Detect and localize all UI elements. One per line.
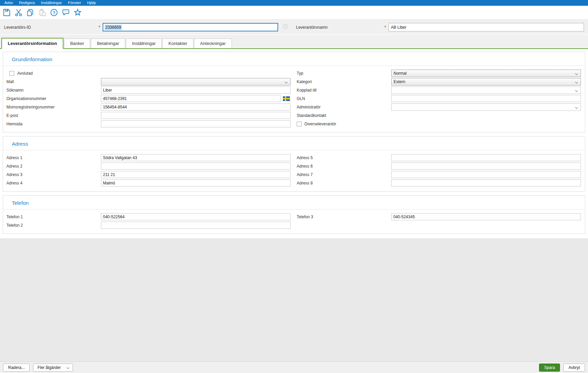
supplier-id-label: Leverantörs-ID — [4, 25, 99, 30]
adress6-label: Adress 6 — [297, 164, 391, 169]
soknamn-label: Söknamn — [6, 88, 101, 93]
adress3-label: Adress 3 — [6, 172, 101, 177]
supplier-id-input[interactable]: 2336659 — [103, 23, 278, 31]
help-icon[interactable]: ? — [49, 8, 59, 17]
adress5-label: Adress 5 — [297, 155, 391, 160]
supplier-name-input[interactable] — [389, 23, 584, 31]
footer-action-bar: Radera... Fler åtgärder Spara Avbryt — [0, 362, 588, 373]
tab-kontakter[interactable]: Kontakter — [162, 39, 193, 48]
adress7-input[interactable] — [391, 171, 581, 178]
telefon1-input[interactable] — [101, 213, 291, 220]
chevron-down-icon — [575, 89, 578, 92]
adress3-input[interactable] — [101, 171, 291, 178]
swedish-flag-icon — [283, 96, 290, 101]
paste-icon — [37, 8, 47, 17]
tab-strip: Leverantörsinformation Banker Betalninga… — [0, 35, 588, 49]
chevron-down-icon — [575, 106, 578, 109]
adress2-input[interactable] — [101, 163, 291, 170]
hemsida-label: Hemsida — [6, 122, 101, 126]
adress6-input[interactable] — [391, 163, 581, 170]
epost-input[interactable] — [101, 112, 291, 119]
header-key-fields: Leverantörs-ID * 2336659 Leverantörsnamn… — [0, 19, 588, 35]
telefon3-label: Telefon 3 — [297, 215, 391, 219]
chevron-down-icon — [67, 366, 70, 369]
mall-select[interactable] — [101, 78, 291, 85]
menu-arkiv[interactable]: Arkiv — [1, 0, 16, 6]
administrator-label: Administratör — [297, 105, 391, 109]
supplier-name-label: Leverantörsnamn — [296, 25, 384, 30]
gln-label: GLN — [297, 96, 391, 101]
adress4-input[interactable] — [101, 179, 291, 186]
adress8-label: Adress 8 — [297, 181, 391, 185]
chevron-down-icon — [285, 80, 288, 83]
adress7-label: Adress 7 — [297, 172, 391, 177]
chevron-down-icon — [575, 80, 578, 83]
grund-right-column: Typ Normal Kategori Extern — [297, 69, 581, 128]
cut-icon[interactable] — [14, 8, 23, 17]
menu-installningar[interactable]: Inställningar — [38, 0, 65, 6]
spara-button[interactable]: Spara — [539, 364, 560, 372]
kopplad-till-select[interactable] — [391, 86, 581, 94]
content-area: Grundinformation Avslutad Mall — [0, 49, 588, 362]
tab-leverantorsinformation[interactable]: Leverantörsinformation — [1, 38, 63, 49]
grundinformation-title: Grundinformation — [3, 52, 585, 66]
tab-banker[interactable]: Banker — [64, 39, 90, 48]
menu-bar: Arkiv Redigera Inställningar Fönster Hjä… — [0, 0, 588, 6]
tab-installningar[interactable]: Inställningar — [126, 39, 162, 48]
gln-input[interactable] — [391, 95, 581, 102]
adress-right-column: Adress 5 Adress 6 Adress 7 Adress 8 — [297, 153, 581, 187]
telefon2-input[interactable] — [101, 222, 291, 229]
avslutad-checkbox[interactable] — [9, 71, 14, 76]
standardkontakt-label: Standardkontakt — [297, 113, 391, 118]
diverseleverantor-checkbox[interactable] — [297, 122, 301, 126]
section-grundinformation: Grundinformation Avslutad Mall — [3, 52, 585, 132]
section-adress: Adress Adress 1 Adress 2 Adress 3 — [3, 136, 585, 192]
mall-label: Mall — [6, 79, 101, 84]
organisationsnummer-input[interactable] — [101, 95, 280, 102]
menu-hjalp[interactable]: Hjälp — [84, 0, 99, 6]
adress5-input[interactable] — [391, 154, 581, 161]
hemsida-input[interactable] — [101, 120, 291, 127]
avbryt-button[interactable]: Avbryt — [563, 364, 585, 372]
epost-label: E-post — [6, 113, 101, 118]
adress8-input[interactable] — [391, 179, 581, 186]
tab-anteckningar[interactable]: Anteckningar — [194, 39, 232, 48]
save-icon[interactable] — [2, 8, 11, 17]
momsregistreringsnummer-label: Momsregistreringsnummer — [6, 105, 101, 109]
kopplad-till-label: Kopplad till — [297, 88, 391, 93]
administrator-select[interactable] — [391, 103, 581, 111]
telefon2-label: Telefon 2 — [6, 223, 101, 228]
comment-icon[interactable] — [61, 8, 71, 17]
momsregistreringsnummer-input[interactable] — [101, 103, 291, 110]
section-telefon: Telefon Telefon 1 Telefon 2 Telefon 3 — [3, 195, 585, 234]
fler-atgarder-dropdown[interactable]: Fler åtgärder — [33, 364, 73, 372]
adress4-label: Adress 4 — [6, 181, 101, 185]
id-generator-icon — [283, 24, 288, 31]
supplier-id-required-marker: * — [99, 25, 103, 30]
favorite-star-icon[interactable] — [73, 8, 82, 17]
soknamn-input[interactable] — [101, 86, 291, 94]
grund-left-column: Avslutad Mall Söknamn — [6, 69, 291, 128]
organisationsnummer-label: Organisationsnummer — [6, 96, 101, 101]
toolbar: ? — [0, 6, 588, 19]
supplier-name-required-marker: * — [384, 25, 389, 30]
radera-button[interactable]: Radera... — [3, 364, 30, 372]
diverseleverantor-label: Diverseleverantör — [304, 122, 336, 126]
menu-redigera[interactable]: Redigera — [16, 0, 38, 6]
adress1-label: Adress 1 — [6, 155, 101, 160]
typ-label: Typ — [297, 71, 391, 76]
kategori-select[interactable]: Extern — [391, 78, 581, 85]
adress-title: Adress — [3, 136, 585, 150]
telefon-right-column: Telefon 3 — [297, 213, 581, 229]
adress2-label: Adress 2 — [6, 164, 101, 169]
typ-select[interactable]: Normal — [391, 70, 581, 77]
tab-betalningar[interactable]: Betalningar — [91, 39, 125, 48]
adress1-input[interactable] — [101, 154, 291, 161]
copy-icon[interactable] — [26, 8, 35, 17]
svg-text:?: ? — [53, 10, 55, 15]
telefon3-input[interactable] — [391, 213, 581, 220]
supplier-id-selected-text: 2336659 — [105, 25, 122, 30]
telefon-title: Telefon — [3, 196, 585, 209]
menu-fonster[interactable]: Fönster — [65, 0, 84, 6]
adress-left-column: Adress 1 Adress 2 Adress 3 Adress 4 — [6, 153, 291, 187]
